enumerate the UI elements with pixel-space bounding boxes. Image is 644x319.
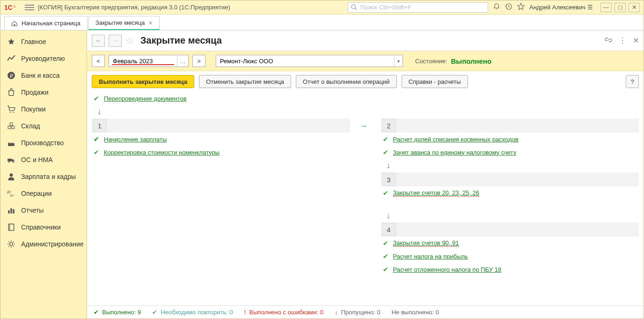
period-next-button[interactable]: >	[192, 55, 205, 67]
check-icon: ✔	[383, 266, 388, 273]
close-tab-icon[interactable]: ×	[149, 19, 153, 27]
logo-1c: 1С≡	[4, 3, 17, 12]
person-icon	[7, 172, 15, 181]
close-window-button[interactable]: ✕	[629, 3, 640, 12]
close-page-button[interactable]: ✕	[633, 36, 639, 45]
star-icon	[7, 37, 15, 46]
maximize-button[interactable]: ◻	[615, 3, 626, 12]
boxes-icon	[7, 122, 15, 130]
arrow-right-icon: →	[359, 121, 368, 131]
state-value: Выполнено	[451, 57, 491, 65]
svg-point-16	[10, 173, 13, 177]
kebab-menu[interactable]: ⋮	[619, 36, 626, 45]
svg-rect-19	[8, 210, 9, 214]
sidebar-item-sales[interactable]: Продажи	[0, 84, 87, 101]
svg-rect-13	[7, 159, 12, 162]
page-title: Закрытие месяца	[140, 35, 222, 46]
skip-icon: ↓	[335, 309, 338, 316]
svg-rect-10	[8, 126, 11, 129]
op-stage3-0[interactable]: Закрытие счетов 20, 23, 25, 26	[393, 189, 479, 197]
period-input[interactable]	[109, 55, 177, 67]
sidebar-item-operations[interactable]: ДтКтОперации	[0, 185, 87, 202]
arrow-down-icon: ↓	[387, 161, 639, 171]
sidebar-item-main[interactable]: Главное	[0, 33, 87, 50]
tab-home[interactable]: Начальная страница	[4, 16, 88, 30]
op-stage4-2[interactable]: Расчет отложенного налога по ПБУ 18	[393, 266, 502, 273]
nav-back-button[interactable]: ←	[92, 35, 105, 47]
dtkt-icon: ДтКт	[7, 189, 15, 198]
bell-icon[interactable]	[493, 3, 500, 12]
stage-number-2: 2	[382, 119, 396, 132]
bars-icon	[7, 206, 15, 215]
op-stage2-0[interactable]: Расчет долей списания косвенных расходов	[393, 136, 519, 143]
op-stage2-1[interactable]: Зачет аванса по единому налоговому счету	[393, 149, 517, 156]
execute-button[interactable]: Выполнить закрытие месяца	[92, 75, 194, 88]
check-icon: ✔	[94, 135, 99, 143]
state-label: Состояние:	[415, 58, 447, 65]
gear-icon	[7, 240, 15, 248]
global-search[interactable]: Поиск Ctrl+Shift+F	[348, 2, 488, 13]
svg-rect-20	[10, 208, 12, 214]
history-icon[interactable]	[505, 3, 512, 12]
sidebar-item-production[interactable]: Производство	[0, 134, 87, 151]
sidebar-item-admin[interactable]: Администрирование	[0, 236, 87, 252]
svg-text:₽: ₽	[10, 73, 13, 79]
link-icon[interactable]	[605, 36, 612, 45]
search-placeholder: Поиск Ctrl+Shift+F	[360, 4, 411, 11]
stage-number-4: 4	[382, 223, 396, 236]
bag-icon	[7, 88, 15, 96]
op-stage1-1[interactable]: Корректировка стоимости номенклатуры	[104, 149, 220, 156]
book-icon	[7, 223, 15, 231]
sidebar-item-catalogs[interactable]: Справочники	[0, 219, 87, 236]
check-icon: ✔	[94, 95, 99, 102]
period-prev-button[interactable]: <	[92, 55, 105, 67]
minimize-button[interactable]: —	[600, 3, 612, 12]
window-title: [КОПИЯ] Бухгалтерия предприятия, редакци…	[38, 4, 230, 11]
check-icon: ✔	[383, 189, 388, 197]
stage-number-3: 3	[382, 173, 396, 186]
tab-month-closing[interactable]: Закрытие месяца ×	[88, 16, 160, 30]
sidebar: Главное Руководителю ₽Банк и касса Прода…	[0, 30, 87, 319]
op-stage4-0[interactable]: Закрытие счетов 90, 91	[393, 239, 459, 247]
organization-dropdown[interactable]: ▾	[394, 55, 402, 67]
sidebar-item-hr[interactable]: Зарплата и кадры	[0, 168, 87, 185]
user-menu-icon: ☰	[587, 4, 593, 11]
op-stage4-1[interactable]: Расчет налога на прибыль	[393, 253, 468, 260]
svg-text:Кт: Кт	[10, 193, 15, 198]
favorite-toggle[interactable]: ☆	[125, 35, 134, 46]
stage-number-1: 1	[93, 119, 107, 132]
cancel-button[interactable]: Отменить закрытие месяца	[199, 75, 291, 88]
sidebar-item-bank[interactable]: ₽Банк и касса	[0, 67, 87, 84]
svg-point-24	[10, 243, 13, 246]
svg-point-15	[13, 161, 14, 163]
chart-icon	[7, 54, 15, 63]
cart-icon	[7, 105, 15, 113]
arrow-down-icon: ↓	[387, 211, 639, 221]
current-user[interactable]: Андрей Алексеевич☰	[529, 4, 593, 11]
report-button[interactable]: Отчет о выполнении операций	[296, 75, 397, 88]
op-reprocess[interactable]: Перепроведение документов	[104, 95, 187, 102]
svg-line-3	[355, 8, 357, 10]
sidebar-item-purchases[interactable]: Покупки	[0, 101, 87, 118]
svg-text:1С: 1С	[4, 4, 13, 11]
check-icon: ✔	[152, 309, 157, 316]
truck-icon	[7, 156, 15, 164]
nav-forward-button[interactable]: →	[109, 35, 122, 47]
svg-rect-21	[13, 209, 14, 214]
svg-point-2	[351, 4, 356, 8]
svg-point-8	[10, 112, 11, 113]
sidebar-item-reports[interactable]: Отчеты	[0, 202, 87, 219]
star-icon[interactable]	[517, 3, 525, 12]
help-button[interactable]: ?	[626, 75, 639, 88]
references-button[interactable]: Справки - расчеты	[402, 75, 468, 88]
organization-input[interactable]	[216, 55, 394, 67]
sidebar-item-assets[interactable]: ОС и НМА	[0, 151, 87, 168]
sidebar-item-manager[interactable]: Руководителю	[0, 50, 87, 67]
period-picker-button[interactable]: …	[177, 55, 188, 67]
op-stage1-0[interactable]: Начисление зарплаты	[104, 136, 167, 143]
svg-point-4	[496, 8, 497, 9]
sidebar-item-warehouse[interactable]: Склад	[0, 118, 87, 134]
home-icon	[11, 20, 18, 27]
check-icon: ✔	[383, 252, 388, 260]
main-menu-icon[interactable]	[25, 5, 34, 10]
